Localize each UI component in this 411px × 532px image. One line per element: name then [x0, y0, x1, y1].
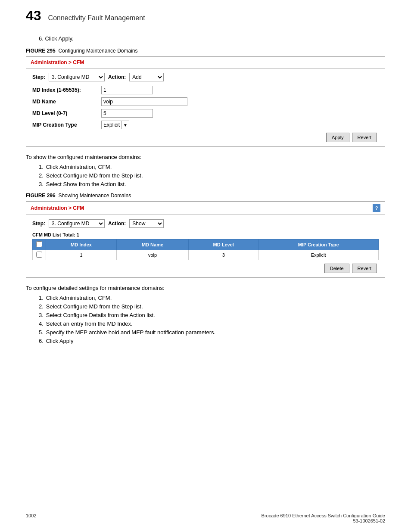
configure-intro: To configure detailed settings for maint…	[26, 285, 385, 291]
configure-step-2: 2. Select Configure MD from the Step lis…	[39, 303, 385, 310]
figure296-label: FIGURE 296 Showing Maintenance Domains	[26, 193, 385, 199]
figure296-button-row: Delete Revert	[32, 264, 379, 273]
md-name-row: MD Name	[32, 97, 379, 106]
cfm-total-label: Total: 1	[63, 232, 79, 237]
show-step-1: 1. Click Administration, CFM.	[39, 164, 385, 170]
doc-title: Brocade 6910 Ethernet Access Switch Conf…	[262, 513, 385, 518]
md-index-input[interactable]	[101, 86, 153, 94]
cfm-md-table: MD Index MD Name MD Level MIP Creation T…	[32, 239, 379, 260]
md-name-input[interactable]	[101, 97, 187, 106]
figure296-action-label: Action:	[108, 221, 126, 227]
figure295-step-label: Step:	[32, 74, 45, 80]
md-name-label: MD Name	[32, 99, 101, 105]
cfm-list-label: CFM MD List	[32, 232, 61, 237]
revert-button[interactable]: Revert	[352, 133, 377, 142]
configure-step-3: 3. Select Configure Details from the Act…	[39, 312, 385, 318]
row-md-name: voip	[116, 250, 188, 260]
step6-instruction: 6. Click Apply.	[39, 35, 385, 42]
row-md-index: 1	[46, 250, 117, 260]
help-icon[interactable]: ?	[373, 204, 380, 212]
show-intro: To show the configured maintenance domai…	[26, 154, 385, 160]
figure295-panel-body: Step: 3. Configure MD Action: Add MD Ind…	[26, 68, 385, 146]
figure296-panel-body: Step: 3. Configure MD Action: Show CFM M…	[26, 215, 385, 277]
configure-step-6: 6. Click Apply	[39, 338, 385, 344]
revert-button-296[interactable]: Revert	[352, 264, 377, 273]
md-index-row: MD Index (1-65535):	[32, 86, 379, 94]
configure-step-4: 4. Select an entry from the MD Index.	[39, 320, 385, 327]
figure295-step-select[interactable]: 3. Configure MD	[49, 73, 105, 81]
page-number: 1002	[26, 513, 36, 523]
figure296-header-row: Administration > CFM ?	[31, 204, 380, 212]
md-index-label: MD Index (1-65535):	[32, 87, 101, 93]
figure296-step-select[interactable]: 3. Configure MD	[49, 219, 105, 228]
mip-creation-label: MIP Creation Type	[32, 122, 101, 128]
select-all-checkbox[interactable]	[36, 241, 42, 247]
show-step-3: 3. Select Show from the Action list.	[39, 181, 385, 187]
table-row: 1 voip 3 Explicit	[33, 250, 379, 260]
figure296-step-row: Step: 3. Configure MD Action: Show	[32, 219, 379, 228]
apply-button[interactable]: Apply	[326, 133, 349, 142]
configure-step-1: 1. Click Administration, CFM.	[39, 295, 385, 301]
chapter-title: Connectivity Fault Management	[48, 14, 145, 22]
page-header: 43 Connectivity Fault Management	[26, 9, 385, 22]
figure295-panel: Administration > CFM Step: 3. Configure …	[26, 56, 385, 147]
row-checkbox[interactable]	[36, 252, 42, 258]
md-level-label: MD Level (0-7)	[32, 110, 101, 116]
row-mip-type: Explicit	[258, 250, 379, 260]
configure-step-5: 5. Specify the MEP archive hold and MEP …	[39, 329, 385, 336]
col-checkbox	[33, 240, 46, 250]
figure296-panel: Administration > CFM ? Step: 3. Configur…	[26, 201, 385, 278]
figure296-step-label: Step:	[32, 221, 45, 227]
delete-button[interactable]: Delete	[324, 264, 349, 273]
figure295-step-row: Step: 3. Configure MD Action: Add	[32, 73, 379, 81]
md-level-row: MD Level (0-7)	[32, 109, 379, 118]
chapter-number: 43	[26, 9, 41, 22]
col-md-level: MD Level	[188, 240, 258, 250]
col-md-name: MD Name	[116, 240, 188, 250]
mip-creation-row: MIP Creation Type Explicit ▼	[32, 121, 379, 129]
figure295-action-label: Action:	[108, 74, 126, 80]
row-checkbox-cell	[33, 250, 46, 260]
figure296-header-title: Administration > CFM	[31, 205, 84, 211]
figure295-action-select[interactable]: Add	[129, 73, 164, 81]
figure295-button-row: Apply Revert	[32, 133, 379, 142]
doc-num: 53-1002651-02	[262, 518, 385, 523]
cfm-list-header: CFM MD List Total: 1	[32, 232, 379, 237]
mip-creation-select[interactable]: Explicit ▼	[101, 121, 129, 129]
figure296-panel-header: Administration > CFM ?	[26, 202, 385, 215]
show-step-2: 2. Select Configure MD from the Step lis…	[39, 172, 385, 179]
md-level-input[interactable]	[101, 109, 153, 118]
col-md-index: MD Index	[46, 240, 117, 250]
footer: 1002 Brocade 6910 Ethernet Access Switch…	[26, 513, 385, 523]
row-md-level: 3	[188, 250, 258, 260]
footer-doc-info: Brocade 6910 Ethernet Access Switch Conf…	[262, 513, 385, 523]
col-mip-creation: MIP Creation Type	[258, 240, 379, 250]
figure295-panel-header: Administration > CFM	[26, 57, 385, 68]
figure295-label: FIGURE 295 Configuring Maintenance Domai…	[26, 48, 385, 54]
figure296-action-select[interactable]: Show	[129, 219, 164, 228]
